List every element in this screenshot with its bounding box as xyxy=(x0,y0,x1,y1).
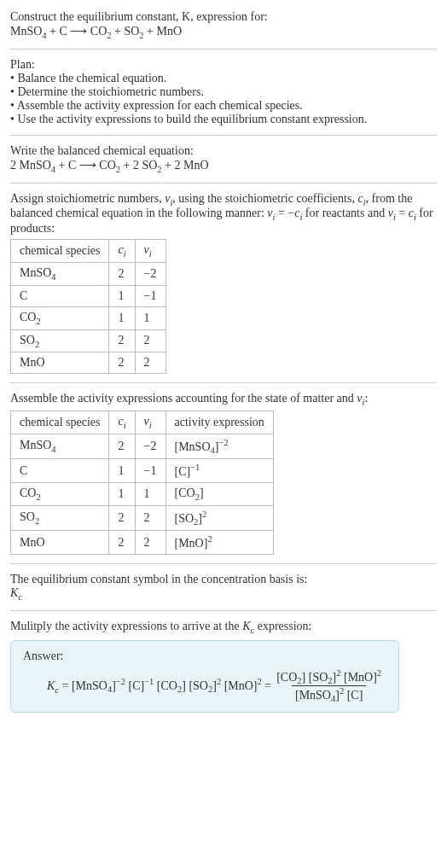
answer-expression: Kc = [MnSO4]−2 [C]−1 [CO2] [SO2]2 [MnO]2… xyxy=(23,668,386,704)
cell-species: CO2 xyxy=(11,483,109,506)
cell-ci: 2 xyxy=(109,505,135,530)
cell-activity: [SO2]2 xyxy=(165,505,273,530)
eqconst-block: The equilibrium constant symbol in the c… xyxy=(10,573,437,602)
cell-species: MnO xyxy=(11,531,109,555)
cell-activity: [CO2] xyxy=(165,483,273,506)
fraction-denominator: [MnSO4]2 [C] xyxy=(292,685,366,703)
cell-ci: 1 xyxy=(109,285,135,306)
fraction-numerator: [CO2] [SO2]2 [MnO]2 xyxy=(273,668,385,685)
plan-item: Use the activity expressions to build th… xyxy=(10,113,437,126)
eqconst-intro: The equilibrium constant symbol in the c… xyxy=(10,573,437,586)
plan-title: Plan: xyxy=(10,58,437,72)
cell-ci: 2 xyxy=(109,531,135,555)
multiply-block: Mulitply the activity expressions to arr… xyxy=(10,620,437,714)
col-vi: νi xyxy=(135,411,165,434)
col-vi: νi xyxy=(135,240,165,263)
balanced-equation: 2 MnSO4 + C ⟶ CO2 + 2 SO2 + 2 MnO xyxy=(10,158,437,174)
table-row: CO211[CO2] xyxy=(11,483,274,506)
intro-line1: Construct the equilibrium constant, K, e… xyxy=(10,10,437,24)
cell-species: SO2 xyxy=(11,329,109,352)
table-row: MnSO42−2[MnSO4]−2 xyxy=(11,434,274,458)
cell-vi: −2 xyxy=(135,434,165,458)
divider xyxy=(10,610,437,611)
answer-lhs: Kc = [MnSO4]−2 [C]−1 [CO2] [SO2]2 [MnO]2… xyxy=(47,677,271,694)
divider xyxy=(10,563,437,564)
stoich-table: chemical species ci νi MnSO42−2 C1−1 CO2… xyxy=(10,239,166,374)
divider xyxy=(10,382,437,383)
plan-item: Determine the stoichiometric numbers. xyxy=(10,85,437,99)
cell-ci: 1 xyxy=(109,459,135,483)
multiply-intro: Mulitply the activity expressions to arr… xyxy=(10,620,437,635)
balanced-block: Write the balanced chemical equation: 2 … xyxy=(10,144,437,174)
col-activity: activity expression xyxy=(165,411,273,434)
cell-vi: 2 xyxy=(135,505,165,530)
cell-vi: 1 xyxy=(135,483,165,506)
table-row: MnSO42−2 xyxy=(11,262,166,285)
cell-vi: −2 xyxy=(135,262,165,285)
cell-activity: [C]−1 xyxy=(165,459,273,483)
plan-item: Balance the chemical equation. xyxy=(10,72,437,85)
plan-list: Balance the chemical equation. Determine… xyxy=(10,72,437,126)
intro-block: Construct the equilibrium constant, K, e… xyxy=(10,10,437,40)
stoich-intro: Assign stoichiometric numbers, νi, using… xyxy=(10,192,437,236)
cell-ci: 2 xyxy=(109,352,135,374)
eqconst-symbol: Kc xyxy=(10,586,437,602)
intro-equation: MnSO4 + C ⟶ CO2 + SO2 + MnO xyxy=(10,24,437,40)
cell-vi: 2 xyxy=(135,352,165,374)
col-ci: ci xyxy=(109,240,135,263)
divider xyxy=(10,183,437,184)
activity-intro: Assemble the activity expressions accoun… xyxy=(10,392,437,407)
table-row: SO222 xyxy=(11,329,166,352)
cell-activity: [MnSO4]−2 xyxy=(165,434,273,458)
cell-species: MnO xyxy=(11,352,109,374)
cell-species: C xyxy=(11,285,109,306)
answer-box: Answer: Kc = [MnSO4]−2 [C]−1 [CO2] [SO2]… xyxy=(10,640,399,714)
cell-species: SO2 xyxy=(11,505,109,530)
table-row: CO211 xyxy=(11,306,166,329)
cell-ci: 1 xyxy=(109,483,135,506)
cell-ci: 1 xyxy=(109,306,135,329)
table-row: chemical species ci νi xyxy=(11,240,166,263)
activity-block: Assemble the activity expressions accoun… xyxy=(10,392,437,555)
table-row: MnO22[MnO]2 xyxy=(11,531,274,555)
answer-fraction: [CO2] [SO2]2 [MnO]2 [MnSO4]2 [C] xyxy=(273,668,385,704)
col-species: chemical species xyxy=(11,240,109,263)
cell-ci: 2 xyxy=(109,434,135,458)
stoich-block: Assign stoichiometric numbers, νi, using… xyxy=(10,192,437,375)
cell-vi: 2 xyxy=(135,329,165,352)
cell-ci: 2 xyxy=(109,262,135,285)
col-species: chemical species xyxy=(11,411,109,434)
table-row: MnO22 xyxy=(11,352,166,374)
cell-species: MnSO4 xyxy=(11,434,109,458)
divider xyxy=(10,49,437,50)
cell-ci: 2 xyxy=(109,329,135,352)
cell-species: C xyxy=(11,459,109,483)
cell-vi: −1 xyxy=(135,285,165,306)
table-row: C1−1[C]−1 xyxy=(11,459,274,483)
cell-species: CO2 xyxy=(11,306,109,329)
balanced-intro: Write the balanced chemical equation: xyxy=(10,144,437,158)
plan-block: Plan: Balance the chemical equation. Det… xyxy=(10,58,437,126)
answer-label: Answer: xyxy=(23,650,386,663)
cell-activity: [MnO]2 xyxy=(165,531,273,555)
table-row: C1−1 xyxy=(11,285,166,306)
cell-vi: −1 xyxy=(135,459,165,483)
cell-vi: 1 xyxy=(135,306,165,329)
plan-item: Assemble the activity expression for eac… xyxy=(10,99,437,113)
divider xyxy=(10,135,437,136)
col-ci: ci xyxy=(109,411,135,434)
table-row: SO222[SO2]2 xyxy=(11,505,274,530)
activity-table: chemical species ci νi activity expressi… xyxy=(10,411,274,555)
cell-species: MnSO4 xyxy=(11,262,109,285)
cell-vi: 2 xyxy=(135,531,165,555)
table-row: chemical species ci νi activity expressi… xyxy=(11,411,274,434)
